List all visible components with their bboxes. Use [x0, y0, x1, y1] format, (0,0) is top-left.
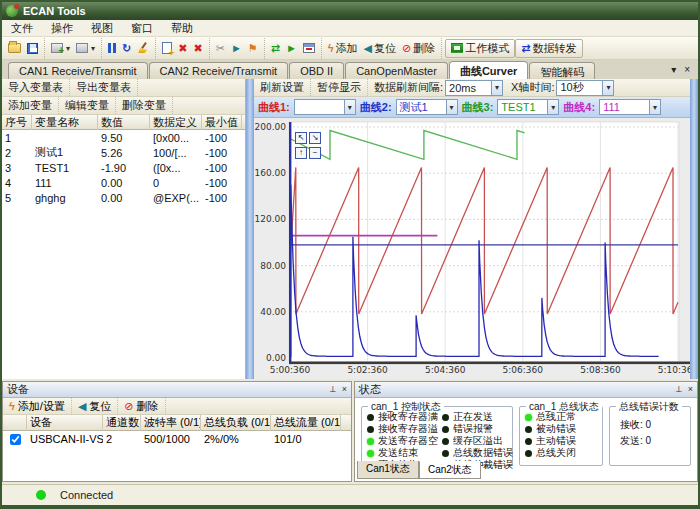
delete-frame-button[interactable]: ✖: [190, 42, 205, 55]
menu-file[interactable]: 文件: [2, 20, 42, 37]
window-minus-icon: [303, 43, 315, 53]
menu-window[interactable]: 窗口: [122, 20, 162, 37]
connection-status-text: Connected: [60, 489, 113, 501]
add-curve-button[interactable]: ϟ添加: [325, 40, 361, 57]
scissors-icon: ✂: [216, 43, 225, 54]
curve1-select[interactable]: ▾: [294, 99, 356, 115]
reset-arrow-icon: ◀: [364, 43, 372, 54]
device-reset-button[interactable]: ◀复位: [72, 398, 118, 415]
tab-list-dropdown[interactable]: ▾: [671, 64, 676, 75]
tab-decode[interactable]: 智能解码: [529, 62, 595, 79]
device-config-button[interactable]: ▾: [73, 42, 98, 54]
device-panel-title: 设备: [7, 382, 29, 397]
menu-view[interactable]: 视图: [82, 20, 122, 37]
chevron-down-icon: ▾: [344, 100, 355, 114]
table-row[interactable]: 41110.000-100: [2, 175, 245, 190]
data-forward-button[interactable]: ⇄数据转发: [515, 39, 582, 58]
curve4-select[interactable]: 111▾: [599, 99, 661, 115]
red-x-icon: ✖: [193, 43, 202, 54]
lightning-icon: ϟ: [328, 43, 334, 54]
exchange-button[interactable]: ⇄: [268, 42, 283, 55]
table-row[interactable]: 2测试15.26100/[...-100: [2, 145, 245, 160]
cut-button[interactable]: ✂: [213, 42, 228, 55]
tab-canopen[interactable]: CanOpenMaster: [345, 62, 448, 79]
export-vartable-button[interactable]: 导出变量表: [70, 79, 138, 96]
pin-icon[interactable]: ⟂: [330, 384, 336, 395]
tab-close-button[interactable]: ×: [684, 64, 690, 75]
zoom-in-button[interactable]: ↖: [295, 132, 307, 144]
status-panel: 状态 ⟂ × can_1 控制状态 接收寄存器满 接收寄存器溢 发送寄存器空 发…: [354, 381, 698, 482]
status-panel-title: 状态: [359, 382, 381, 397]
chevron-down-icon: ▾: [491, 81, 502, 95]
vertical-scrollbar[interactable]: [690, 79, 698, 379]
svg-text:5:02:360: 5:02:360: [347, 365, 388, 375]
tab-can2[interactable]: CAN2 Receive/Transmit: [149, 62, 289, 79]
chevron-down-icon: ▾: [649, 100, 660, 114]
svg-text:5:04:360: 5:04:360: [425, 365, 466, 375]
device-add-button[interactable]: ϟ添加/设置: [3, 398, 72, 415]
save-button[interactable]: [24, 42, 41, 55]
connect-button[interactable]: ►: [283, 42, 300, 55]
refresh-settings-button[interactable]: 刷新设置: [254, 79, 311, 96]
menu-help[interactable]: 帮助: [162, 20, 202, 37]
tab-obd2[interactable]: OBD II: [289, 62, 344, 79]
zoom-out-button[interactable]: ↘: [309, 132, 321, 144]
tab-can1-status[interactable]: Can1状态: [357, 461, 419, 479]
pause-button[interactable]: [105, 42, 119, 54]
edit-variable-button[interactable]: 编辑变量: [59, 97, 116, 114]
work-mode-button[interactable]: 工作模式: [445, 39, 515, 58]
device-baud: 500/1000: [141, 433, 201, 445]
table-row[interactable]: 3TEST1-1.90([0x...-100: [2, 160, 245, 175]
xaxis-time-select[interactable]: 10秒▾: [556, 80, 614, 96]
import-vartable-button[interactable]: 导入变量表: [2, 79, 70, 96]
close-icon[interactable]: ×: [688, 384, 693, 395]
table-row[interactable]: 5ghghg0.00@EXP(...-100: [2, 190, 245, 205]
document-plus-icon: [162, 42, 172, 54]
close-icon[interactable]: ×: [342, 384, 347, 395]
device-panel-titlebar: 设备 ⟂ ×: [3, 382, 351, 398]
zoom-x-button[interactable]: −: [309, 147, 321, 159]
svg-text:40.00: 40.00: [260, 307, 286, 317]
splitter[interactable]: [246, 79, 254, 379]
variable-table-header: 序号 变量名称 数值 数据定义 最小值: [2, 115, 245, 130]
flag-button[interactable]: ⚑: [245, 42, 261, 55]
trigger-button[interactable]: ►: [228, 42, 245, 55]
pause-display-button[interactable]: 暂停显示: [311, 79, 368, 96]
device-delete-button[interactable]: ⊘删除: [118, 398, 165, 415]
zoom-y-button[interactable]: ↑: [295, 147, 307, 159]
svg-text:80.00: 80.00: [260, 261, 286, 271]
open-folder-icon: [8, 43, 21, 53]
device-row[interactable]: USBCAN-II-VS 2 500/1000 2%/0% 101/0: [3, 431, 351, 447]
connect-icon: ►: [286, 43, 297, 54]
window-min-button[interactable]: [300, 42, 318, 54]
device-table-header: 设备 通道数 波特率 (0/1) 总线负载 (0/1) 总线流量 (0/1): [3, 415, 351, 431]
device-traffic: 101/0: [271, 433, 341, 445]
curve2-select[interactable]: 测试1▾: [396, 99, 458, 115]
main-tabbar: CAN1 Receive/Transmit CAN2 Receive/Trans…: [2, 60, 698, 79]
reset-button[interactable]: ◀复位: [361, 40, 399, 57]
device-name: USBCAN-II-VS: [27, 433, 103, 445]
reset-arrow-icon: ◀: [78, 401, 86, 412]
delete-variable-button[interactable]: 删除变量: [116, 97, 173, 114]
device-enabled-checkbox[interactable]: [10, 434, 21, 445]
svg-text:160.00: 160.00: [255, 168, 287, 178]
curve3-select[interactable]: TEST1▾: [497, 99, 559, 115]
menu-operate[interactable]: 操作: [42, 20, 82, 37]
new-frame-button[interactable]: [159, 41, 175, 55]
table-row[interactable]: 19.50[0x00...-100: [2, 130, 245, 145]
refresh-button[interactable]: ↻: [119, 42, 134, 55]
svg-text:5:00:360: 5:00:360: [270, 365, 311, 375]
clear-button[interactable]: [134, 41, 152, 55]
tab-curve[interactable]: 曲线Curver: [449, 61, 528, 79]
tab-can2-status[interactable]: Can2状态: [419, 461, 481, 479]
interval-label: 数据刷新间隔:: [368, 80, 445, 95]
open-button[interactable]: [5, 42, 24, 54]
add-device-button[interactable]: ▾: [48, 42, 73, 54]
edit-frame-button[interactable]: ✖: [175, 42, 190, 55]
add-variable-button[interactable]: 添加变量: [2, 97, 59, 114]
led-passive-error: [525, 426, 532, 433]
interval-select[interactable]: 20ms▾: [445, 80, 503, 96]
delete-button[interactable]: ⊘删除: [399, 40, 438, 57]
pin-icon[interactable]: ⟂: [676, 384, 682, 395]
tab-can1[interactable]: CAN1 Receive/Transmit: [8, 62, 148, 79]
